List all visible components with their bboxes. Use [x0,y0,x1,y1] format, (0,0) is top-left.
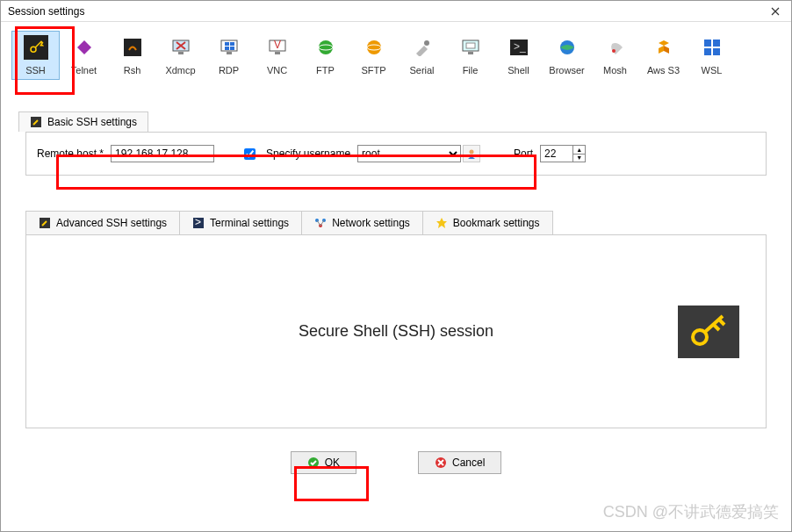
svg-point-0 [31,47,36,52]
globe-blue-icon [555,35,580,60]
session-type-browser[interactable]: Browser [543,31,591,80]
svg-point-14 [319,40,333,54]
ok-button[interactable]: OK [291,451,356,474]
svg-rect-32 [713,48,720,55]
svg-rect-8 [225,47,229,50]
svg-marker-27 [659,46,664,54]
star-icon [436,217,448,229]
remote-host-label: Remote host * [37,147,104,160]
vnc-monitor-icon: V [265,35,290,60]
session-type-mosh[interactable]: Mosh [591,31,639,80]
terminal-icon: > [192,217,205,229]
svg-rect-29 [704,40,711,47]
file-monitor-icon [458,35,483,60]
serial-cable-icon [410,35,435,60]
svg-point-25 [612,49,616,53]
port-spinner[interactable]: ▲▼ [540,145,586,162]
port-label: Port [514,147,533,160]
session-description-title: Secure Shell (SSH) session [299,322,493,341]
port-input[interactable] [541,146,572,162]
svg-rect-20 [466,43,475,48]
session-type-awss3[interactable]: Aws S3 [639,31,688,80]
terminal-icon: >_ [507,35,531,60]
session-type-toolbar: SSH Telnet Rsh Xdmcp RDP V VNC FTP SFTP … [1,22,791,85]
port-down[interactable]: ▼ [572,155,585,162]
svg-rect-6 [225,42,229,46]
tab-basic-ssh[interactable]: Basic SSH settings [18,111,148,132]
session-type-serial[interactable]: Serial [398,31,446,80]
x-circle-icon [435,457,447,469]
windows-icon [700,35,724,60]
ssh-key-large-icon [678,306,739,358]
session-type-ftp[interactable]: FTP [301,31,349,80]
check-circle-icon [307,457,320,469]
svg-rect-10 [227,52,232,54]
svg-rect-9 [230,47,234,50]
key-icon [24,35,48,60]
svg-text:>_: >_ [514,40,526,53]
network-icon [314,217,327,229]
svg-point-16 [367,40,381,54]
session-type-rsh[interactable]: Rsh [108,31,156,80]
session-type-shell[interactable]: >_ Shell [494,31,543,80]
basic-ssh-panel: Remote host * Specify username root Port… [25,132,767,176]
svg-point-42 [693,330,707,344]
svg-marker-41 [436,218,447,228]
x-monitor-icon [169,35,193,60]
satellite-icon [603,35,628,60]
svg-point-34 [470,150,474,155]
svg-rect-7 [230,42,234,46]
wrench-icon [30,116,42,128]
session-type-xdmcp[interactable]: Xdmcp [156,31,205,80]
session-type-vnc[interactable]: V VNC [253,31,301,80]
session-type-sftp[interactable]: SFTP [349,31,398,80]
svg-rect-21 [468,52,473,54]
diamond-icon [72,35,97,60]
svg-text:>: > [195,218,201,228]
cancel-button[interactable]: Cancel [418,451,501,474]
specify-username-checkbox[interactable] [244,148,256,160]
watermark: CSDN @不讲武德爱搞笑 [603,501,779,522]
specify-username-label: Specify username [266,147,350,160]
svg-marker-1 [77,40,91,54]
windows-monitor-icon [217,35,241,60]
link-icon [120,35,145,60]
session-type-wsl[interactable]: WSL [688,31,736,80]
aws-cubes-icon [652,35,676,60]
svg-rect-30 [713,40,720,47]
session-type-file[interactable]: File [446,31,494,80]
session-type-label: SSH [25,65,46,75]
window-title: Session settings [8,5,84,18]
session-type-telnet[interactable]: Telnet [60,31,108,80]
tab-bookmark[interactable]: Bookmark settings [422,211,553,235]
svg-rect-4 [178,52,184,54]
svg-point-18 [424,40,429,46]
wrench-icon [39,217,51,229]
user-browse-button[interactable] [463,145,480,162]
svg-rect-31 [704,48,711,55]
svg-marker-26 [659,40,669,46]
tab-network[interactable]: Network settings [301,211,423,235]
session-type-rdp[interactable]: RDP [205,31,253,80]
username-select[interactable]: root [357,145,461,162]
port-up[interactable]: ▲ [572,146,585,155]
tab-terminal[interactable]: > Terminal settings [179,211,302,235]
globe-orange-icon [362,35,386,60]
tab-advanced-ssh[interactable]: Advanced SSH settings [25,211,180,235]
close-button[interactable] [767,3,784,20]
remote-host-input[interactable] [111,145,214,162]
svg-marker-28 [664,46,669,54]
svg-rect-13 [275,52,280,54]
session-type-ssh[interactable]: SSH [11,31,60,80]
session-description-panel: Secure Shell (SSH) session [25,235,767,428]
svg-text:V: V [273,39,280,51]
globe-green-icon [313,35,338,60]
